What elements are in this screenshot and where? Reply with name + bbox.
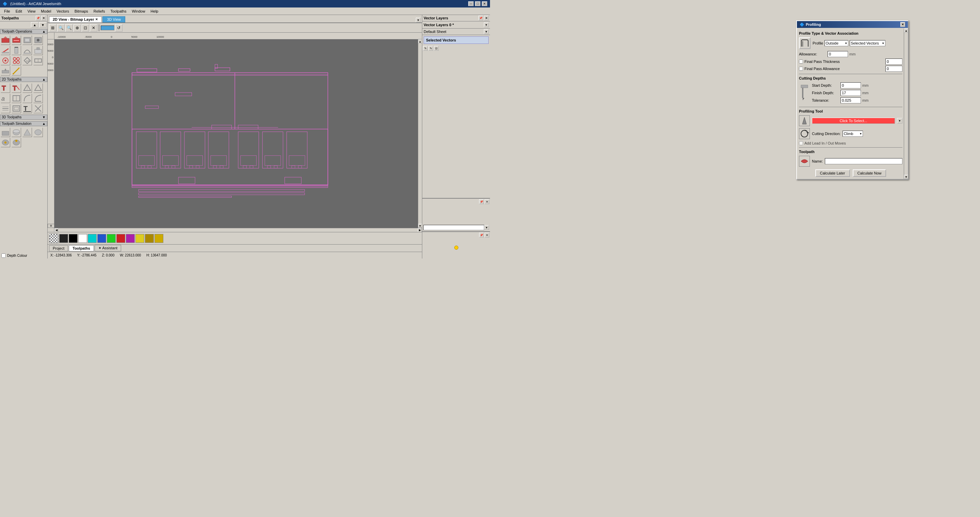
section-collapse-icon[interactable]: ▲: [42, 30, 46, 33]
tab-assistant[interactable]: ✦ Assistant: [95, 245, 121, 251]
zoom-in-btn[interactable]: 🔍: [65, 24, 73, 32]
tool-relief-roughing[interactable]: [1, 35, 10, 45]
rp-dd-arrow-1[interactable]: ▼: [484, 225, 489, 230]
zoom-actual-btn[interactable]: ⊕: [73, 24, 81, 32]
tool-op14[interactable]: [11, 66, 21, 76]
color-swatch-11[interactable]: [154, 234, 163, 243]
rp-btn1[interactable]: ✎: [423, 46, 428, 51]
menu-vectors[interactable]: Vectors: [54, 8, 72, 14]
tool-2d-4[interactable]: [33, 83, 43, 93]
tool-op8[interactable]: [33, 46, 43, 55]
nav-corner[interactable]: ⊞: [48, 224, 54, 228]
tool-2d-10[interactable]: [11, 104, 21, 113]
tab-3d-view[interactable]: 3D View: [102, 16, 125, 22]
canvas-content[interactable]: [54, 40, 422, 232]
h-scrollbar[interactable]: ◀ ▶: [54, 228, 422, 232]
tool-2d-7[interactable]: [22, 94, 32, 103]
tool-2d-2[interactable]: T: [11, 83, 21, 93]
sim-tool-1[interactable]: [1, 128, 10, 137]
rp-dropdown-1[interactable]: [423, 225, 484, 230]
scroll-up-btn[interactable]: ▲: [31, 22, 38, 27]
tool-2d-6[interactable]: [11, 94, 21, 103]
tool-2d-9[interactable]: [1, 104, 10, 113]
refresh-btn[interactable]: ↺: [115, 24, 123, 32]
tool-op13[interactable]: [1, 66, 10, 76]
vl-expand-btn[interactable]: ▼: [484, 22, 488, 27]
tool-op11[interactable]: ABC: [22, 56, 32, 65]
toolpaths-pin-btn[interactable]: 📌: [36, 16, 40, 21]
menu-model[interactable]: Model: [38, 8, 54, 14]
tab-project[interactable]: Project: [49, 245, 68, 251]
color-swatch-1[interactable]: [59, 234, 68, 243]
sim-tool-5[interactable]: [1, 138, 10, 147]
color-swatch-4[interactable]: [88, 234, 97, 243]
tool-relief-finishing[interactable]: [11, 35, 21, 45]
maximize-button[interactable]: □: [475, 2, 480, 6]
rp-sub-pin-1[interactable]: 📌: [479, 199, 484, 204]
vl-close-btn[interactable]: ✕: [484, 16, 488, 21]
menu-bitmaps[interactable]: Bitmaps: [72, 8, 91, 14]
sim-tool-3[interactable]: [22, 128, 32, 137]
menu-toolpaths[interactable]: Toolpaths: [108, 8, 129, 14]
tool-op9[interactable]: [1, 56, 10, 65]
tool-2d-5[interactable]: a: [1, 94, 10, 103]
tool-2d-12[interactable]: [33, 104, 43, 113]
tab-toolpaths[interactable]: Toolpaths: [69, 245, 94, 251]
menu-window[interactable]: Window: [129, 8, 148, 14]
vl-pin-btn[interactable]: 📌: [479, 16, 483, 21]
depth-colour-checkbox[interactable]: [2, 254, 6, 258]
3d-section-collapse[interactable]: ▼: [42, 115, 46, 119]
rp-sub-close-1[interactable]: ✕: [485, 199, 489, 204]
zoom-slider[interactable]: [101, 25, 115, 30]
sim-tool-4[interactable]: [33, 128, 43, 137]
tool-op10[interactable]: [11, 56, 21, 65]
tool-op5[interactable]: [1, 46, 10, 55]
menu-edit[interactable]: Edit: [13, 8, 25, 14]
rp-btn3[interactable]: ⊡: [434, 46, 439, 51]
tool-op12[interactable]: [33, 56, 43, 65]
tool-op4[interactable]: [33, 35, 43, 45]
h-scroll-left[interactable]: ◀: [54, 228, 59, 232]
rp-btn2[interactable]: ✎: [428, 46, 433, 51]
tool-op3[interactable]: [22, 35, 32, 45]
simulation-collapse[interactable]: ▲: [42, 122, 46, 125]
scroll-down-btn[interactable]: ▼: [39, 22, 47, 27]
tab-2d-close[interactable]: ✕: [95, 18, 98, 21]
v-scroll-down[interactable]: ▼: [418, 224, 422, 228]
pan-btn[interactable]: ⊡: [82, 24, 89, 32]
menu-view[interactable]: View: [25, 8, 38, 14]
2d-section-collapse[interactable]: ▲: [42, 78, 46, 81]
tool-2d-8[interactable]: [33, 94, 43, 103]
color-swatch-8[interactable]: [126, 234, 135, 243]
color-swatch-3[interactable]: [78, 234, 87, 243]
h-scroll-right[interactable]: ▶: [418, 228, 422, 232]
color-transparent[interactable]: [49, 234, 59, 243]
zoom-out-btn[interactable]: 🔍: [57, 24, 65, 32]
view-dropdown-btn[interactable]: ▼: [416, 18, 421, 22]
zoom-fit-btn[interactable]: ⊞: [49, 24, 56, 32]
menu-reliefs[interactable]: Reliefs: [91, 8, 108, 14]
rp-sub-pin-2[interactable]: 📌: [479, 233, 484, 238]
tool-op7[interactable]: [22, 46, 32, 55]
rotate-btn[interactable]: ✕: [90, 24, 97, 32]
toolpaths-close-btn[interactable]: ✕: [41, 16, 46, 21]
v-scrollbar[interactable]: ▲ ▼: [418, 40, 422, 228]
v-scroll-up[interactable]: ▲: [418, 40, 422, 44]
color-swatch-5[interactable]: [97, 234, 106, 243]
close-button[interactable]: ✕: [482, 2, 487, 6]
tool-2d-1[interactable]: T: [1, 83, 10, 93]
color-swatch-6[interactable]: [107, 234, 116, 243]
menu-help[interactable]: Help: [148, 8, 161, 14]
tab-2d-view[interactable]: 2D View - Bitmap Layer ✕: [49, 16, 102, 22]
tool-2d-3[interactable]: [22, 83, 32, 93]
color-swatch-9[interactable]: [135, 234, 144, 243]
menu-file[interactable]: File: [2, 8, 13, 14]
minimize-button[interactable]: ─: [468, 2, 474, 6]
color-swatch-7[interactable]: [116, 234, 125, 243]
tool-op6[interactable]: [11, 46, 21, 55]
tool-2d-11[interactable]: T: [22, 104, 32, 113]
color-swatch-2[interactable]: [69, 234, 78, 243]
color-swatch-10[interactable]: [145, 234, 154, 243]
sim-tool-6[interactable]: [11, 138, 21, 147]
rp-sub-close-2[interactable]: ✕: [485, 233, 489, 238]
